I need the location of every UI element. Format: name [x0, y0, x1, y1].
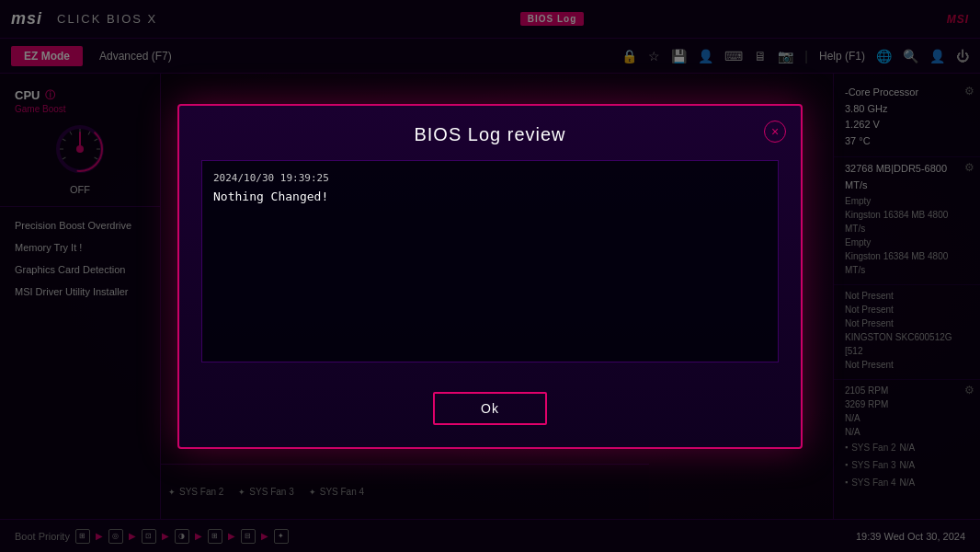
ok-button[interactable]: Ok: [433, 392, 547, 425]
modal-overlay: BIOS Log review × 2024/10/30 19:39:25 No…: [0, 0, 980, 552]
log-content-area: 2024/10/30 19:39:25 Nothing Changed!: [201, 160, 779, 362]
modal-body: 2024/10/30 19:39:25 Nothing Changed!: [179, 160, 801, 381]
modal-footer: Ok: [179, 381, 801, 447]
modal-header: BIOS Log review ×: [179, 106, 801, 160]
log-timestamp: 2024/10/30 19:39:25: [213, 172, 767, 184]
bios-log-modal: BIOS Log review × 2024/10/30 19:39:25 No…: [177, 104, 803, 449]
modal-title: BIOS Log review: [414, 124, 565, 144]
modal-close-button[interactable]: ×: [764, 121, 786, 143]
log-message: Nothing Changed!: [213, 190, 767, 203]
